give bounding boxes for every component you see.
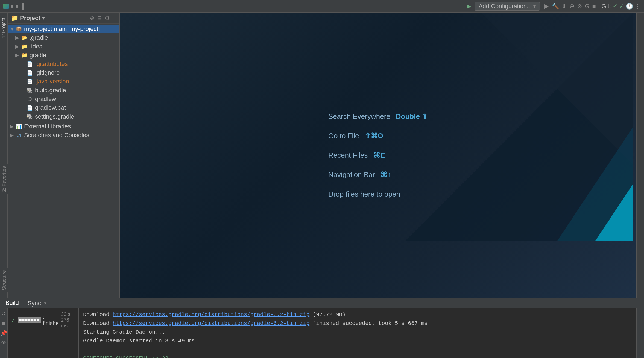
log-line-6: CONFIGURE SUCCESSFUL in 22s	[83, 354, 632, 358]
gitattributes-file-icon: 📄	[26, 61, 33, 67]
gradle2-folder-icon: 📁	[21, 53, 28, 58]
nav-bar-label: Navigation Bar	[328, 171, 375, 179]
build-tree-item[interactable]: ✓ ■■■■■■■ : finishe 33 s 278 ms	[10, 310, 76, 330]
editor-area: Search Everywhere Double ⇧ Go to File ⇧⌘…	[120, 13, 636, 298]
welcome-shortcuts: Search Everywhere Double ⇧ Go to File ⇧⌘…	[328, 112, 428, 198]
tree-item-gradlew-bat[interactable]: ▶ 📄 gradlew.bat	[8, 103, 119, 112]
idea-label: .idea	[30, 43, 43, 50]
tree-item-settings-gradle[interactable]: ▶ 🐘 settings.gradle	[8, 112, 119, 121]
stop-build-icon[interactable]: ■	[2, 320, 5, 327]
settings-icon[interactable]: ⚙	[105, 15, 110, 21]
coverage-icon[interactable]: ⊕	[569, 3, 574, 10]
run-icons-group: ▶ 🔨 ⬇ ⊕ ⊗ G ■	[544, 3, 596, 10]
shortcut-recent-files: Recent Files ⌘E	[328, 151, 385, 160]
add-configuration-button[interactable]: Add Configuration... ▾	[475, 2, 540, 11]
tree-item-gradle2[interactable]: ▶ 📁 gradle	[8, 51, 119, 60]
extlibs-expand-arrow: ▶	[10, 123, 15, 129]
tree-item-gradle[interactable]: ▶ 📂 .gradle	[8, 33, 119, 42]
folder-icon: 📁	[11, 15, 18, 22]
run-arrow-icon: ▶	[467, 3, 471, 10]
git-section: Git: ✓ ✓ 🕐 ⋮	[598, 3, 641, 10]
project-panel-header: 📁 Project ▾ ⊕ ⊟ ⚙ ─	[8, 13, 119, 24]
javaversion-file-icon: 📄	[26, 79, 33, 84]
collapse-icon[interactable]: ⊟	[97, 15, 102, 21]
tree-item-gitignore[interactable]: ▶ 📄 .gitignore	[8, 68, 119, 77]
gradlewbat-file-icon: 📄	[26, 105, 33, 111]
structure-sidebar-tab[interactable]: Structure	[0, 268, 8, 292]
tree-item-idea[interactable]: ▶ 📁 .idea	[8, 42, 119, 51]
recent-files-label: Recent Files	[328, 151, 368, 160]
tab-sync[interactable]: Sync ✕	[25, 299, 49, 308]
scratches-expand-arrow: ▶	[10, 132, 15, 138]
idea-folder-icon: 📁	[21, 44, 28, 49]
refresh-icon[interactable]: ↺	[1, 310, 6, 317]
scope-icon[interactable]: ⊕	[90, 15, 95, 21]
goto-file-key: ⇧⌘O	[365, 132, 383, 140]
run-icon[interactable]: ▶	[544, 3, 549, 10]
log-line-4-text: Gradle Daemon started in 3 s 49 ms	[83, 338, 195, 344]
app-name: ■ ■ ▐	[10, 3, 24, 9]
title-dropdown-icon[interactable]: ▾	[42, 15, 45, 21]
log-line-1-link[interactable]: https://services.gradle.org/distribution…	[113, 311, 309, 318]
bottom-panel: Build Sync ✕ ↺ ■ 📌 👁 ✓ ■■■■■■■ : finishe…	[0, 298, 644, 358]
project-tree: ▼ 📦 my-project main [my-project] ▶ 📂 .gr…	[8, 24, 119, 298]
project-title-label: Project	[20, 15, 40, 22]
external-libraries-label: External Libraries	[24, 123, 71, 130]
rebuild-icon[interactable]: ⬇	[562, 3, 567, 10]
drop-files-label: Drop files here to open	[328, 190, 400, 198]
profile-icon[interactable]: ⊗	[577, 3, 582, 10]
extlibs-icon: 📊	[15, 124, 22, 129]
sidebar-item-project[interactable]: 1: Project	[0, 15, 8, 41]
tree-item-scratches[interactable]: ▶ 🗂 Scratches and Consoles	[8, 131, 119, 140]
project-panel-title: 📁 Project ▾	[11, 15, 45, 22]
log-line-1-after: (97.72 MB)	[313, 311, 346, 318]
tree-item-java-version[interactable]: ▶ 📄 .java-version	[8, 77, 119, 86]
git-more-icon[interactable]: ⋮	[635, 3, 641, 10]
gitignore-file-icon: 📄	[26, 70, 33, 76]
gradle-icon[interactable]: G	[585, 3, 589, 10]
log-line-1: Download https://services.gradle.org/dis…	[83, 310, 632, 319]
build-success-icon: ✓	[11, 317, 16, 324]
favorites-sidebar-tab[interactable]: 2: Favorites	[0, 164, 8, 194]
app-logo-icon	[3, 4, 9, 9]
git-clock-icon[interactable]: 🕐	[626, 3, 633, 10]
build-item-label: : finishe	[43, 314, 59, 327]
log-line-2: Download https://services.gradle.org/dis…	[83, 319, 632, 328]
javaversion-label: .java-version	[35, 78, 69, 85]
sync-tab-close[interactable]: ✕	[43, 300, 47, 306]
shortcut-drop-files: Drop files here to open	[328, 190, 400, 198]
tree-item-external-libraries[interactable]: ▶ 📊 External Libraries	[8, 122, 119, 131]
build-tab-label: Build	[5, 299, 19, 307]
project-panel: 📁 Project ▾ ⊕ ⊟ ⚙ ─ ▼ 📦 my-project main …	[8, 13, 120, 298]
scratches-label: Scratches and Consoles	[24, 132, 89, 139]
minimize-icon[interactable]: ─	[112, 15, 116, 21]
gradlewbat-label: gradlew.bat	[35, 104, 66, 111]
settingsgradle-file-icon: 🐘	[26, 114, 33, 119]
git-check1-icon: ✓	[613, 3, 617, 10]
shortcut-search-everywhere: Search Everywhere Double ⇧	[328, 112, 428, 121]
tree-item-build-gradle[interactable]: ▶ 🐘 build.gradle	[8, 86, 119, 95]
pin-icon[interactable]: 📌	[0, 330, 7, 336]
main-area: 1: Project 📁 Project ▾ ⊕ ⊟ ⚙ ─ ▼ 📦 my-pr…	[0, 13, 644, 298]
log-line-3: Starting Gradle Daemon...	[83, 328, 632, 337]
root-expand-arrow: ▼	[10, 26, 15, 32]
project-tab-label: 1: Project	[1, 18, 6, 38]
main-toolbar: ■ ■ ▐ ▶ Add Configuration... ▾ ▶ 🔨 ⬇ ⊕ ⊗…	[0, 0, 644, 13]
tab-build[interactable]: Build	[3, 298, 21, 308]
log-line-2-link[interactable]: https://services.gradle.org/distribution…	[113, 320, 309, 327]
editor-background[interactable]: Search Everywhere Double ⇧ Go to File ⇧⌘…	[120, 13, 636, 298]
tree-item-gradlew[interactable]: ▶ ⬡ gradlew	[8, 95, 119, 103]
bottom-left-actions: ↺ ■ 📌 👁	[0, 308, 8, 358]
tree-item-gitattributes[interactable]: ▶ 📄 .gitattributes	[8, 60, 119, 68]
goto-file-label: Go to File	[328, 132, 359, 140]
configure-success-text: CONFIGURE SUCCESSFUL in 22s	[83, 355, 172, 358]
add-config-label: Add Configuration...	[479, 3, 532, 10]
eye-icon[interactable]: 👁	[1, 340, 7, 346]
buildgradle-file-icon: 🐘	[26, 88, 33, 93]
stop-icon[interactable]: ■	[592, 3, 596, 10]
tree-root-item[interactable]: ▼ 📦 my-project main [my-project]	[8, 25, 119, 33]
build-icon[interactable]: 🔨	[552, 3, 559, 10]
search-everywhere-key: Double ⇧	[396, 112, 428, 121]
gradlew-file-icon: ⬡	[26, 96, 33, 102]
gradle-folder-icon: 📂	[21, 35, 28, 41]
